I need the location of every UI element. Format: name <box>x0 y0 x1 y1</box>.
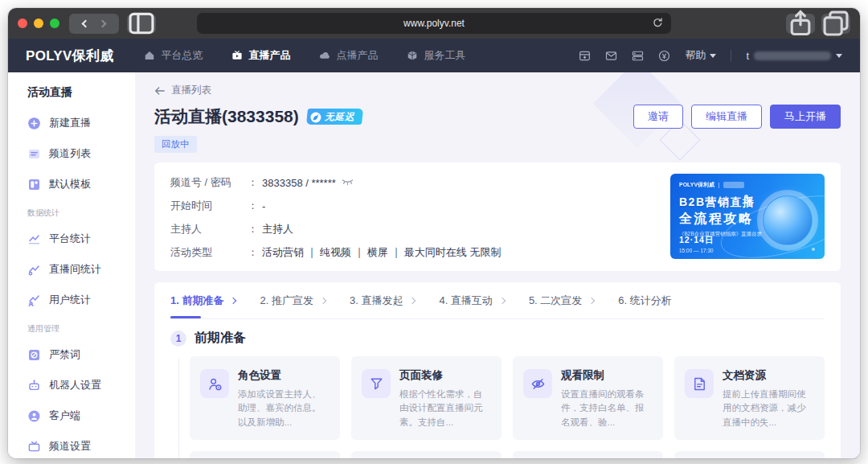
edit-live-button[interactable]: 编辑直播 <box>691 105 762 129</box>
card-watch-restriction[interactable]: 观看限制 设置直播间的观看条件，支持白名单、报名观看、验... <box>513 356 663 440</box>
minimize-window-button[interactable] <box>34 18 43 28</box>
card-watch-page-settings[interactable]: 观看页设置 <box>513 451 663 458</box>
chevron-right-icon <box>588 297 595 303</box>
chevron-right-icon <box>409 297 416 303</box>
info-row-channel: 频道号 / 密码 ： 3833358 / ****** <box>170 175 670 190</box>
step-promotion[interactable]: 2. 推广宣发 <box>260 282 325 318</box>
sidebar-toggle-icon <box>127 9 156 38</box>
console-icon[interactable] <box>632 50 644 62</box>
account-badge-icon[interactable] <box>658 50 670 62</box>
chevron-right-icon <box>499 297 506 303</box>
reload-icon[interactable] <box>652 17 664 29</box>
banner-logo: POLYV保利威 <box>679 181 714 189</box>
share-button[interactable] <box>786 14 815 34</box>
live-tv-icon <box>231 50 243 61</box>
sidebar-item-default-template[interactable]: 默认模板 <box>27 177 135 191</box>
start-live-button[interactable]: 马上开播 <box>770 105 841 129</box>
tab-overview-button[interactable] <box>821 14 850 34</box>
sidebar-item-client[interactable]: 客户端 <box>27 409 135 423</box>
sidebar-item-channel-list[interactable]: 频道列表 <box>27 146 135 161</box>
sidebar: 活动直播 新建直播 频道列表 默认模板 数据统计 平台统计 直播间统计 <box>8 72 135 458</box>
share-icon <box>786 9 815 38</box>
sidebar-item-channel-settings[interactable]: 频道设置 <box>27 439 135 454</box>
eye-off-icon <box>523 369 552 398</box>
workflow-card: 1. 前期准备 2. 推广宣发 3. 直播发起 4. 直播互动 5. 二次宣发 <box>154 282 841 458</box>
polyv-logo[interactable]: POLYV保利威 <box>26 47 113 65</box>
step-analytics[interactable]: 6. 统计分析 <box>618 282 671 318</box>
card-role-settings[interactable]: 角色设置 添加或设置主持人、助理、嘉宾的信息。以及新增助... <box>190 356 340 440</box>
home-icon <box>144 50 155 61</box>
mail-icon[interactable] <box>605 50 617 62</box>
step-repromotion[interactable]: 5. 二次宣发 <box>529 282 594 318</box>
close-window-button[interactable] <box>18 18 27 28</box>
user-menu[interactable]: t <box>746 50 842 62</box>
list-icon <box>27 147 41 161</box>
banner-title-line2: 全流程攻略 <box>679 211 816 228</box>
main-content: 直播列表 活动直播(3833358) 无延迟 邀请 编辑直播 马上开播 回放中 <box>135 72 860 458</box>
section-title: 前期准备 <box>194 330 246 347</box>
chevron-down-icon <box>710 54 716 58</box>
password-eye-closed-icon[interactable] <box>342 179 354 187</box>
info-row-host: 主持人 ： 主持人 <box>170 222 670 236</box>
nav-vod-product[interactable]: 点播产品 <box>319 48 378 63</box>
storage-icon[interactable] <box>579 50 591 62</box>
username-redacted <box>754 51 831 60</box>
chevron-right-icon <box>320 297 326 303</box>
step-launch[interactable]: 3. 直播发起 <box>350 282 415 318</box>
help-menu[interactable]: 帮助 <box>685 48 716 63</box>
divider <box>731 50 731 61</box>
card-anti-screen-record[interactable]: 防录屏 <box>190 451 340 458</box>
forbidden-word-icon <box>27 348 41 362</box>
browser-window: www.polyv.net POLYV保利威 平台总览 直播产品 <box>8 8 860 458</box>
role-settings-icon <box>200 369 229 398</box>
cloud-icon <box>319 50 330 61</box>
card-page-decoration[interactable]: 页面装修 根据个性化需求，自由设计配置直播间元素。支持自... <box>351 356 502 440</box>
sidebar-item-robot-settings[interactable]: 机器人设置 <box>27 378 135 392</box>
chevron-right-icon <box>230 297 236 303</box>
info-row-activity-type: 活动类型 ： 活动营销 ｜ 纯视频 ｜ 横屏 ｜ 最大同时在线 无限制 <box>170 245 670 260</box>
rocket-icon <box>310 111 321 122</box>
sidebar-item-user-stats[interactable]: 用户统计 <box>27 293 135 307</box>
url-bar[interactable]: www.polyv.net <box>197 13 671 34</box>
traffic-lights <box>18 18 59 28</box>
invite-button[interactable]: 邀请 <box>633 105 683 129</box>
document-icon <box>685 369 714 398</box>
step-preparation[interactable]: 1. 前期准备 <box>170 282 235 318</box>
nav-platform-overview[interactable]: 平台总览 <box>144 48 203 63</box>
dot-decor <box>812 248 815 251</box>
sidebar-title: 活动直播 <box>27 85 135 100</box>
sidebar-toggle-button[interactable] <box>127 14 156 34</box>
divider <box>719 183 719 188</box>
nav-live-product[interactable]: 直播产品 <box>231 48 290 63</box>
section-number: 1 <box>170 331 186 347</box>
sidebar-item-room-stats[interactable]: 直播间统计 <box>27 262 135 277</box>
banner-date: 12·14日 <box>679 235 714 246</box>
plus-circle-icon <box>27 117 41 130</box>
status-badge: 回放中 <box>154 136 197 153</box>
browser-chrome: www.polyv.net <box>8 8 860 39</box>
channel-tv-icon <box>27 440 41 454</box>
page-title: 活动直播(3833358) <box>154 105 299 128</box>
nav-service-tools[interactable]: 服务工具 <box>407 48 465 63</box>
template-icon <box>27 178 41 191</box>
channel-info-card: 频道号 / 密码 ： 3833358 / ****** 开始时间 ： - <box>154 162 841 271</box>
toolbox-icon <box>407 50 418 61</box>
client-person-icon <box>27 409 41 423</box>
card-page-embed[interactable]: 页面嵌入 <box>674 451 825 458</box>
tabs-icon <box>821 9 850 38</box>
sidebar-item-new-live[interactable]: 新建直播 <box>27 116 135 130</box>
step-interaction[interactable]: 4. 直播互动 <box>439 282 504 318</box>
banner-title-line1: B2B营销直播 <box>679 195 816 210</box>
zoom-window-button[interactable] <box>50 18 59 28</box>
back-icon[interactable] <box>82 19 90 27</box>
breadcrumb[interactable]: 直播列表 <box>154 84 841 97</box>
url-text: www.polyv.net <box>403 18 465 29</box>
forward-icon[interactable] <box>99 19 107 27</box>
sidebar-item-platform-stats[interactable]: 平台统计 <box>27 232 135 246</box>
card-document-resources[interactable]: 文档资源 提前上传直播期间使用的文档资源，减少直播中的失... <box>674 356 825 440</box>
app-navbar: POLYV保利威 平台总览 直播产品 点播产品 服务工具 <box>8 39 860 72</box>
card-chatroom-settings[interactable]: 聊天室设置 <box>351 451 502 458</box>
promo-banner[interactable]: POLYV保利威 B2B营销直播 全流程攻略 《B2B企业直播营销指南》直播首发… <box>670 174 825 259</box>
sidebar-item-banned-words[interactable]: 严禁词 <box>27 347 135 362</box>
chart-user-icon <box>27 294 41 307</box>
